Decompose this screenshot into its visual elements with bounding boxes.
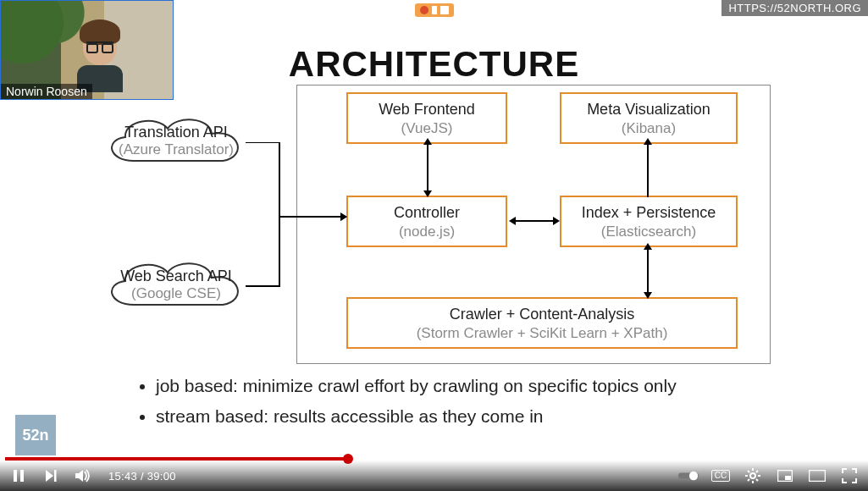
watermark-logo: 52n bbox=[15, 415, 56, 455]
box-title: Meta Visualization bbox=[567, 101, 731, 119]
slide-bullets: job based: minimize crawl effort by craw… bbox=[135, 376, 817, 437]
current-time: 15:43 bbox=[108, 470, 137, 483]
video-controls: 15:43 / 39:00 CC bbox=[0, 461, 868, 491]
toggle-icon bbox=[678, 470, 699, 482]
presenter-name: Norwin Roosen bbox=[1, 84, 92, 99]
bullet-item: stream based: results accessible as they… bbox=[156, 406, 817, 427]
cloud-web-search-api: Web Search API (Google CSE) bbox=[91, 254, 261, 320]
box-title: Crawler + Content-Analysis bbox=[353, 306, 731, 323]
miniplayer-icon bbox=[777, 470, 793, 482]
svg-rect-13 bbox=[14, 470, 17, 482]
box-title: Controller bbox=[353, 204, 500, 222]
svg-marker-1 bbox=[423, 138, 432, 145]
fullscreen-icon bbox=[842, 468, 857, 483]
connector-translate-controller bbox=[246, 142, 347, 227]
play-pause-button[interactable] bbox=[8, 466, 29, 486]
time-separator: / bbox=[137, 470, 147, 483]
svg-marker-15 bbox=[46, 470, 53, 482]
box-subtitle: (Elasticsearch) bbox=[567, 223, 731, 240]
fullscreen-button[interactable] bbox=[839, 466, 860, 486]
duration: 39:00 bbox=[147, 470, 176, 483]
svg-line-25 bbox=[748, 471, 749, 472]
svg-line-27 bbox=[756, 471, 758, 472]
svg-point-20 bbox=[750, 473, 755, 478]
cloud-label: Web Search API bbox=[91, 268, 261, 285]
gear-icon bbox=[745, 468, 760, 483]
svg-marker-17 bbox=[75, 470, 83, 482]
svg-marker-7 bbox=[644, 138, 652, 145]
box-meta-visualization: Meta Visualization (Kibana) bbox=[560, 92, 738, 144]
svg-rect-14 bbox=[20, 470, 24, 482]
bullet-item: job based: minimize crawl effort by craw… bbox=[156, 376, 817, 396]
svg-marker-10 bbox=[644, 292, 652, 299]
cc-icon: CC bbox=[711, 470, 730, 482]
settings-button[interactable] bbox=[743, 466, 763, 486]
volume-button[interactable] bbox=[73, 466, 93, 486]
presenter-webcam: Norwin Roosen bbox=[0, 0, 174, 100]
connector-search-controller bbox=[246, 217, 347, 293]
svg-line-26 bbox=[756, 479, 758, 481]
slide-logo-chip bbox=[415, 3, 454, 17]
cloud-translation-api: Translation API (Azure Translator) bbox=[91, 110, 261, 176]
arrow-index-meta bbox=[641, 138, 655, 197]
box-web-frontend: Web Frontend (VueJS) bbox=[346, 92, 507, 144]
next-button[interactable] bbox=[41, 466, 61, 486]
box-title: Index + Persistence bbox=[567, 204, 731, 222]
slide: HTTPS://52NORTH.ORG ARCHITECTURE Norwin … bbox=[0, 0, 868, 491]
autoplay-toggle[interactable] bbox=[678, 466, 699, 486]
box-controller: Controller (node.js) bbox=[346, 196, 507, 247]
volume-icon bbox=[75, 468, 91, 483]
svg-marker-12 bbox=[340, 217, 347, 221]
url-badge: HTTPS://52NORTH.ORG bbox=[721, 0, 868, 16]
svg-line-28 bbox=[748, 479, 749, 481]
arrow-controller-index bbox=[509, 214, 560, 228]
svg-rect-31 bbox=[810, 471, 826, 482]
svg-marker-5 bbox=[553, 217, 560, 225]
svg-rect-16 bbox=[54, 470, 57, 482]
architecture-diagram: Web Frontend (VueJS) Meta Visualization … bbox=[296, 85, 771, 364]
video-time: 15:43 / 39:00 bbox=[108, 470, 176, 483]
next-icon bbox=[43, 468, 58, 483]
cloud-label: Translation API bbox=[91, 124, 261, 141]
cloud-sublabel: (Azure Translator) bbox=[91, 141, 261, 158]
cloud-sublabel: (Google CSE) bbox=[91, 285, 261, 302]
captions-button[interactable]: CC bbox=[710, 466, 731, 486]
box-subtitle: (node.js) bbox=[353, 223, 500, 240]
svg-marker-9 bbox=[644, 243, 652, 250]
box-index-persistence: Index + Persistence (Elasticsearch) bbox=[560, 196, 738, 247]
arrow-index-crawler bbox=[641, 243, 655, 299]
box-subtitle: (VueJS) bbox=[353, 120, 500, 137]
box-subtitle: (Kibana) bbox=[567, 120, 731, 137]
svg-marker-2 bbox=[423, 190, 432, 197]
arrow-frontend-controller bbox=[421, 138, 434, 197]
miniplayer-button[interactable] bbox=[775, 466, 795, 486]
svg-rect-30 bbox=[785, 476, 791, 480]
svg-marker-4 bbox=[509, 217, 516, 225]
theater-icon bbox=[809, 470, 826, 482]
box-subtitle: (Storm Crawler + SciKit Learn + XPath) bbox=[353, 325, 731, 342]
box-crawler: Crawler + Content-Analysis (Storm Crawle… bbox=[346, 297, 738, 349]
theater-button[interactable] bbox=[807, 466, 827, 486]
pause-icon bbox=[11, 468, 26, 483]
box-title: Web Frontend bbox=[353, 101, 500, 119]
svg-point-19 bbox=[689, 472, 698, 480]
